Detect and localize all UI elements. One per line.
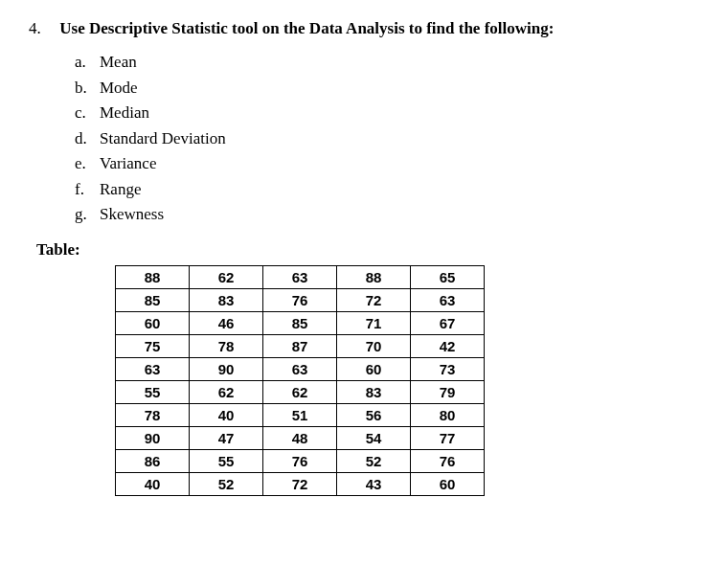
sublist-item: f.Range [75, 177, 696, 202]
table-cell: 62 [190, 265, 263, 288]
table-cell: 48 [263, 426, 337, 449]
table-cell: 73 [411, 357, 485, 380]
table-cell: 63 [411, 288, 485, 311]
table-cell: 70 [337, 334, 411, 357]
table-cell: 72 [337, 288, 411, 311]
table-cell: 63 [263, 357, 337, 380]
table-cell: 52 [337, 449, 411, 472]
table-cell: 65 [411, 265, 485, 288]
sublist-label: Mean [100, 53, 137, 71]
data-table: 8862638865858376726360468571677578877042… [115, 265, 485, 496]
table-row: 5562628379 [116, 380, 485, 403]
table-cell: 42 [411, 334, 485, 357]
sublist-letter: g. [75, 202, 100, 227]
sublist-item: g.Skewness [75, 202, 696, 227]
sublist-label: Range [100, 180, 141, 198]
data-table-body: 8862638865858376726360468571677578877042… [116, 265, 485, 495]
table-cell: 60 [411, 472, 485, 495]
sublist-item: e.Variance [75, 151, 696, 176]
sublist-letter: b. [75, 76, 100, 101]
sublist-letter: a. [75, 50, 100, 75]
sublist-label: Median [100, 103, 149, 122]
table-cell: 40 [116, 472, 190, 495]
table-label: Table: [36, 240, 696, 260]
sublist-letter: d. [75, 126, 100, 151]
sublist-item: a.Mean [75, 50, 696, 75]
table-cell: 40 [190, 403, 263, 426]
table-cell: 83 [190, 288, 263, 311]
table-cell: 90 [190, 357, 263, 380]
table-cell: 67 [411, 311, 485, 334]
table-cell: 51 [263, 403, 337, 426]
table-cell: 63 [263, 265, 337, 288]
table-row: 8655765276 [116, 449, 485, 472]
table-cell: 72 [263, 472, 337, 495]
sublist-letter: f. [75, 177, 100, 202]
table-cell: 54 [337, 426, 411, 449]
table-row: 9047485477 [116, 426, 485, 449]
sublist-item: c.Median [75, 101, 696, 125]
table-cell: 79 [411, 380, 485, 403]
table-cell: 86 [116, 449, 190, 472]
table-cell: 75 [116, 334, 190, 357]
table-row: 8862638865 [116, 265, 485, 288]
table-cell: 62 [263, 380, 337, 403]
table-cell: 88 [337, 265, 411, 288]
table-cell: 56 [337, 403, 411, 426]
table-cell: 63 [116, 357, 190, 380]
question-number: 4. [29, 19, 56, 38]
table-cell: 85 [116, 288, 190, 311]
table-cell: 88 [116, 265, 190, 288]
sublist-label: Variance [100, 154, 156, 172]
table-cell: 76 [263, 288, 337, 311]
table-cell: 46 [190, 311, 263, 334]
sub-question-list: a.Meanb.Modec.Mediand.Standard Deviation… [75, 50, 696, 227]
table-cell: 43 [337, 472, 411, 495]
sublist-label: Skewness [100, 205, 164, 223]
table-cell: 55 [190, 449, 263, 472]
sublist-label: Standard Deviation [100, 129, 226, 147]
table-row: 8583767263 [116, 288, 485, 311]
table-row: 7840515680 [116, 403, 485, 426]
table-cell: 55 [116, 380, 190, 403]
table-cell: 76 [411, 449, 485, 472]
table-cell: 71 [337, 311, 411, 334]
table-cell: 87 [263, 334, 337, 357]
table-cell: 60 [337, 357, 411, 380]
sublist-label: Mode [100, 79, 138, 97]
table-cell: 78 [190, 334, 263, 357]
question-line: 4. Use Descriptive Statistic tool on the… [29, 19, 696, 38]
table-cell: 80 [411, 403, 485, 426]
question-text: Use Descriptive Statistic tool on the Da… [59, 19, 554, 37]
table-cell: 77 [411, 426, 485, 449]
table-cell: 47 [190, 426, 263, 449]
table-cell: 76 [263, 449, 337, 472]
sublist-letter: c. [75, 101, 100, 125]
table-cell: 60 [116, 311, 190, 334]
table-row: 6390636073 [116, 357, 485, 380]
table-cell: 83 [337, 380, 411, 403]
sublist-item: d.Standard Deviation [75, 126, 696, 151]
table-cell: 85 [263, 311, 337, 334]
table-row: 7578877042 [116, 334, 485, 357]
sublist-item: b.Mode [75, 76, 696, 101]
table-cell: 52 [190, 472, 263, 495]
table-row: 4052724360 [116, 472, 485, 495]
table-cell: 90 [116, 426, 190, 449]
table-cell: 78 [116, 403, 190, 426]
sublist-letter: e. [75, 151, 100, 176]
table-cell: 62 [190, 380, 263, 403]
table-row: 6046857167 [116, 311, 485, 334]
